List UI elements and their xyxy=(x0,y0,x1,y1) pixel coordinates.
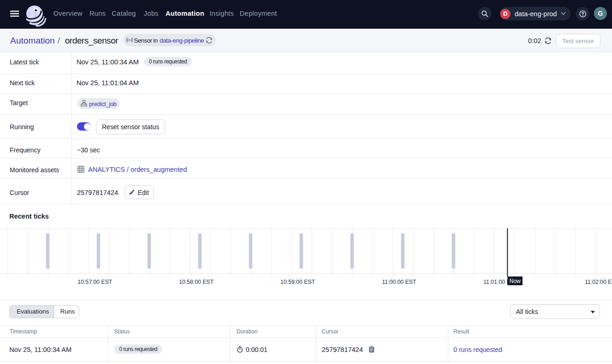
svg-text:10:59:00 EST: 10:59:00 EST xyxy=(280,279,315,285)
svg-text:11:01:00 EST: 11:01:00 EST xyxy=(484,279,518,285)
svg-text:10:57:00 EST: 10:57:00 EST xyxy=(77,279,112,285)
svg-text:11:02:00 EST: 11:02:00 EST xyxy=(585,279,612,285)
svg-text:11:00:00 EST: 11:00:00 EST xyxy=(382,279,416,285)
svg-text:10:58:00 EST: 10:58:00 EST xyxy=(179,279,214,285)
svg-text:Now: Now xyxy=(510,278,521,284)
